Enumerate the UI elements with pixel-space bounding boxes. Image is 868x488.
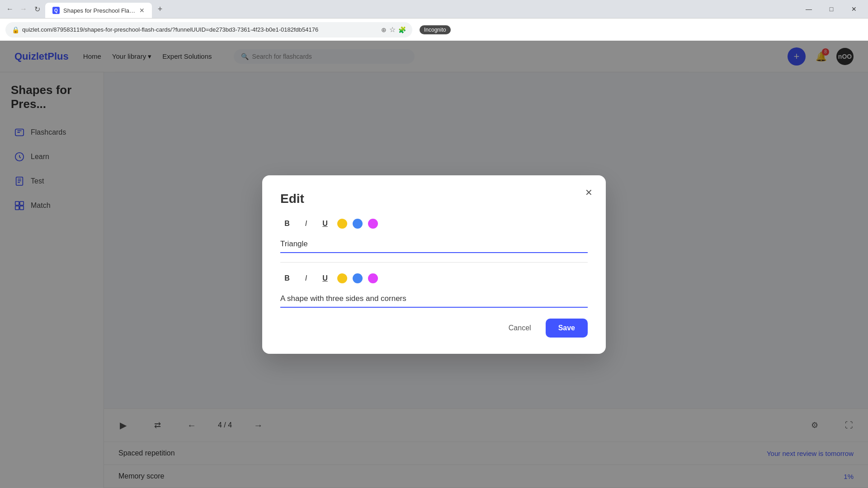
back-button[interactable]: ← — [4, 3, 16, 15]
url-input[interactable]: 🔒 quizlet.com/879583119/shapes-for-presc… — [5, 22, 412, 38]
active-tab[interactable]: Q Shapes for Preschool Flashcard ✕ — [45, 3, 152, 18]
modal-overlay[interactable]: Edit ✕ B I U B I U — [0, 41, 868, 488]
term-underline-button[interactable]: U — [318, 217, 332, 230]
address-bar: 🔒 quizlet.com/879583119/shapes-for-presc… — [0, 18, 868, 41]
def-bold-button[interactable]: B — [280, 272, 294, 285]
browser-actions: Incognito — [420, 25, 451, 34]
tab-favicon: Q — [52, 7, 60, 14]
term-bold-button[interactable]: B — [280, 217, 294, 230]
window-controls: — □ ✕ — [798, 2, 868, 16]
modal-title: Edit — [280, 192, 588, 206]
translate-icon[interactable]: ⊕ — [381, 26, 387, 33]
extensions-icon[interactable]: 🧩 — [398, 26, 406, 33]
save-button[interactable]: Save — [546, 319, 588, 338]
def-italic-button[interactable]: I — [299, 272, 313, 285]
term-editor-section: B I U — [280, 217, 588, 253]
term-toolbar: B I U — [280, 217, 588, 230]
definition-editor-section: B I U — [280, 272, 588, 308]
def-underline-button[interactable]: U — [318, 272, 332, 285]
incognito-badge: Incognito — [420, 25, 451, 34]
term-color-pink[interactable] — [368, 219, 378, 229]
section-divider — [280, 262, 588, 263]
definition-input[interactable] — [280, 291, 588, 308]
close-tab-button[interactable]: ✕ — [139, 7, 145, 14]
def-color-pink[interactable] — [368, 273, 378, 283]
term-color-yellow[interactable] — [337, 219, 347, 229]
minimize-button[interactable]: — — [798, 2, 819, 16]
new-tab-button[interactable]: + — [154, 3, 166, 15]
refresh-button[interactable]: ↻ — [31, 3, 43, 15]
term-input[interactable] — [280, 236, 588, 253]
bookmark-icon[interactable]: ☆ — [389, 25, 396, 34]
forward-button[interactable]: → — [17, 3, 30, 15]
modal-close-button[interactable]: ✕ — [580, 184, 597, 201]
modal-footer: Cancel Save — [280, 319, 588, 338]
tab-title: Shapes for Preschool Flashcard — [63, 7, 136, 14]
close-window-button[interactable]: ✕ — [844, 2, 864, 16]
maximize-button[interactable]: □ — [821, 2, 842, 16]
term-italic-button[interactable]: I — [299, 217, 313, 230]
def-color-blue[interactable] — [353, 273, 363, 283]
url-text: quizlet.com/879583119/shapes-for-prescho… — [22, 26, 318, 33]
definition-toolbar: B I U — [280, 272, 588, 285]
edit-modal: Edit ✕ B I U B I U — [262, 175, 606, 354]
def-color-yellow[interactable] — [337, 273, 347, 283]
term-color-blue[interactable] — [353, 219, 363, 229]
cancel-button[interactable]: Cancel — [501, 319, 538, 337]
